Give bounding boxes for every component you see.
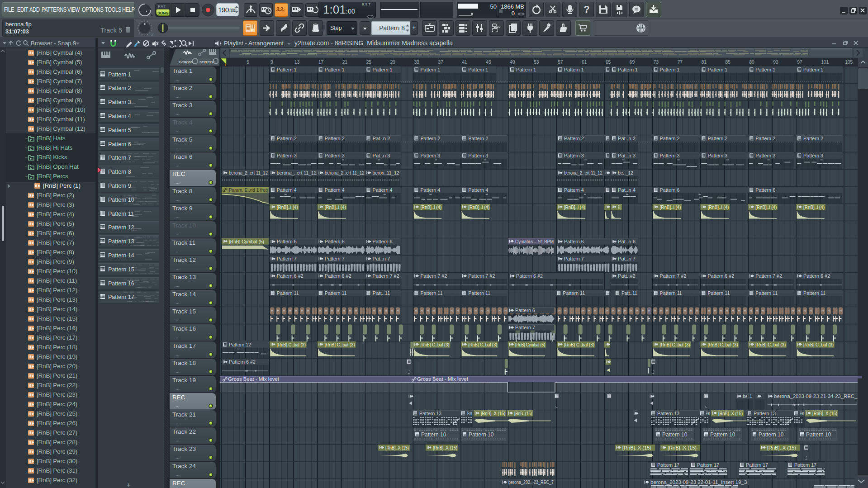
svg-text:[RnB] C..bal (3): [RnB] C..bal (3) <box>707 342 738 347</box>
svg-text:...: ... <box>175 145 180 150</box>
svg-text:Track 12: Track 12 <box>172 256 196 263</box>
svg-text:[RnB] C..bal (3): [RnB] C..bal (3) <box>564 342 594 347</box>
svg-text:69: 69 <box>630 59 635 65</box>
svg-text:Track 10: Track 10 <box>172 222 196 229</box>
svg-text:Track 2: Track 2 <box>172 85 193 91</box>
svg-text:REC: REC <box>172 480 185 487</box>
svg-text:Track 5: Track 5 <box>172 136 193 143</box>
svg-text:Pattern 2: Pattern 2 <box>755 136 775 141</box>
svg-text:berona_2023-09-23 22-01-11_Ins: berona_2023-09-23 22-01-11_Insert 19_3 <box>650 479 747 485</box>
svg-text:Pattern 2: Pattern 2 <box>325 136 345 141</box>
svg-text:Pattern 10: Pattern 10 <box>469 431 494 438</box>
svg-text:[RnB]..X (15): [RnB]..X (15) <box>481 411 505 416</box>
svg-text:Pattern 6 #2: Pattern 6 #2 <box>325 273 351 279</box>
svg-text:Pattern 13: Pattern 13 <box>657 411 679 416</box>
svg-text:Pat..n 4: Pat..n 4 <box>618 187 636 193</box>
svg-text:Pattern 3: Pattern 3 <box>755 153 775 158</box>
svg-text:Pattern 3: Pattern 3 <box>803 153 823 158</box>
svg-text:Patt..#2: Patt..#2 <box>618 273 636 279</box>
svg-text:Pat..n 7: Pat..n 7 <box>618 256 636 261</box>
svg-text:Pattern 4: Pattern 4 <box>564 187 584 193</box>
svg-text:Pattern 1: Pattern 1 <box>420 67 440 72</box>
svg-text:[RnB] C..bal (3): [RnB] C..bal (3) <box>803 342 834 347</box>
svg-text:Pattern 1: Pattern 1 <box>803 67 823 72</box>
svg-text:Pattern 3: Pattern 3 <box>564 153 584 158</box>
svg-text:Pattern 10: Pattern 10 <box>421 431 446 438</box>
svg-text:Pattern 1: Pattern 1 <box>707 67 727 72</box>
svg-text:Pattern 7: Pattern 7 <box>277 256 297 261</box>
svg-text:berona_2..ert 11_12: berona_2..ert 11_12 <box>229 170 268 175</box>
svg-text:53: 53 <box>534 59 539 65</box>
svg-text:Pattern 11: Pattern 11 <box>803 290 825 296</box>
svg-text:...: ... <box>175 437 180 442</box>
svg-text:Pattern 13: Pattern 13 <box>419 411 441 416</box>
svg-text:Pattern 2: Pattern 2 <box>420 136 440 141</box>
svg-text:Pattern 2: Pattern 2 <box>564 136 584 141</box>
svg-text:[RnB]..l (4): [RnB]..l (4) <box>660 204 681 210</box>
svg-text:[RnB]..X (15): [RnB]..X (15) <box>433 445 457 450</box>
svg-text:[RnB] Cymbal (5): [RnB] Cymbal (5) <box>515 342 545 347</box>
svg-text:Pattern 17: Pattern 17 <box>657 462 679 468</box>
svg-text:...: ... <box>175 454 180 460</box>
svg-text:Pattern 11: Pattern 11 <box>420 290 442 296</box>
svg-text:...: ... <box>175 110 180 116</box>
svg-text:Track 1: Track 1 <box>172 67 193 74</box>
svg-text:...: ... <box>175 248 180 253</box>
svg-text:105: 105 <box>845 59 853 65</box>
svg-text:Pat..n 3: Pat..n 3 <box>373 153 390 158</box>
svg-text:Track 6: Track 6 <box>172 153 193 160</box>
svg-text:berona_202..-23_REC_7: berona_202..-23_REC_7 <box>508 479 554 485</box>
svg-text:[RnB]..X (15): [RnB]..X (15) <box>668 445 697 450</box>
svg-text:berona_2..ert 11_12: berona_2..ert 11_12 <box>325 170 365 175</box>
svg-text:Pattern 1: Pattern 1 <box>564 67 584 72</box>
svg-text:...: ... <box>175 93 180 99</box>
svg-text:Pattern 7: Pattern 7 <box>515 325 535 330</box>
svg-text:[RnB] C..bal (3): [RnB] C..bal (3) <box>468 342 497 347</box>
svg-text:Pattern 1: Pattern 1 <box>277 67 297 72</box>
svg-text:Track 14: Track 14 <box>172 291 196 298</box>
svg-text:45: 45 <box>486 59 491 65</box>
svg-text:Pattern 17: Pattern 17 <box>697 462 719 468</box>
svg-text:Pattern 7 #2: Pattern 7 #2 <box>468 273 495 279</box>
svg-text:Pattern 10: Pattern 10 <box>759 431 784 438</box>
svg-text:9: 9 <box>270 59 273 65</box>
svg-text:Pattern 4: Pattern 4 <box>468 187 488 193</box>
svg-text:Pattern 3: Pattern 3 <box>325 153 345 158</box>
svg-text:Pattern 11: Pattern 11 <box>563 290 585 296</box>
svg-text:Pattern 6 #2: Pattern 6 #2 <box>516 273 543 279</box>
svg-text:[RnB]..l (4): [RnB]..l (4) <box>420 204 441 210</box>
svg-text:Pattern 2: Pattern 2 <box>277 136 297 141</box>
svg-text:Pattern 6: Pattern 6 <box>755 187 775 193</box>
svg-text:Pat..n 7: Pat..n 7 <box>373 256 390 261</box>
svg-text:Pat: Pat <box>800 411 804 416</box>
svg-text:[RnB]..l (4): [RnB]..l (4) <box>277 204 298 210</box>
svg-text:Track 18: Track 18 <box>172 360 196 366</box>
svg-text:Pattern 11: Pattern 11 <box>277 290 299 296</box>
svg-text:Pattern 6 #2: Pattern 6 #2 <box>277 273 304 279</box>
svg-text:[RnB]..l (4): [RnB]..l (4) <box>325 204 346 210</box>
svg-text:...: ... <box>175 179 180 185</box>
svg-text:berona_2..ert 11_12: berona_2..ert 11_12 <box>564 170 602 175</box>
svg-text:Pattern 1: Pattern 1 <box>755 67 775 72</box>
svg-text:Pattern 11: Pattern 11 <box>325 290 347 296</box>
svg-text:Pat..n 2: Pat..n 2 <box>373 136 390 141</box>
svg-text:Pattern 11: Pattern 11 <box>707 290 730 296</box>
svg-text:[R..): [R..) <box>618 204 621 210</box>
svg-text:Track 19: Track 19 <box>172 377 196 384</box>
svg-text:[RnB] C..bal (3): [RnB] C..bal (3) <box>660 342 690 347</box>
svg-text:?: ? <box>583 4 589 15</box>
svg-text:Track 24: Track 24 <box>172 463 196 469</box>
svg-text:berona_..ert 11_12: berona_..ert 11_12 <box>277 170 317 175</box>
svg-text:Track 23: Track 23 <box>172 445 196 452</box>
svg-text:Pattern 6 #2: Pattern 6 #2 <box>707 273 734 279</box>
svg-text:Pattern 6: Pattern 6 <box>373 239 393 244</box>
svg-text:[RnB] C..bal (3): [RnB] C..bal (3) <box>755 342 786 347</box>
svg-text:13: 13 <box>294 59 300 65</box>
svg-text:Pattern 1: Pattern 1 <box>618 67 638 72</box>
svg-text:Pattern 13: Pattern 13 <box>754 411 776 416</box>
svg-text:Pattern 3: Pattern 3 <box>420 153 440 158</box>
svg-text:89: 89 <box>749 59 754 65</box>
svg-text:[RnB] C..bal (3): [RnB] C..bal (3) <box>325 342 355 347</box>
svg-text:Track 11: Track 11 <box>172 239 195 246</box>
svg-text:...: ... <box>175 385 180 391</box>
